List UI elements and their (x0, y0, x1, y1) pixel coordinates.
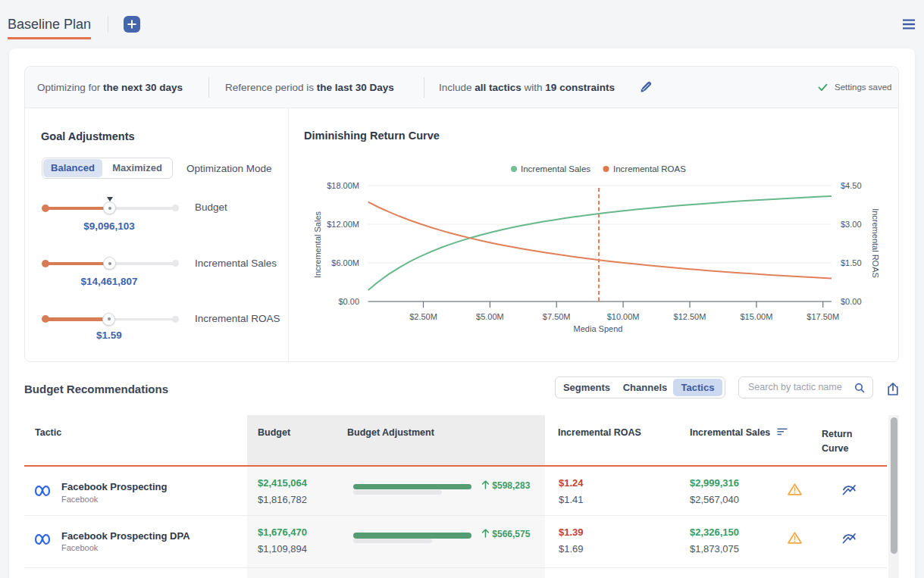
svg-text:$6.00M: $6.00M (331, 258, 359, 267)
svg-text:Incremental ROAS: Incremental ROAS (871, 208, 880, 278)
svg-text:$0.00: $0.00 (338, 297, 359, 306)
svg-text:$7.50M: $7.50M (543, 312, 571, 321)
svg-text:$1.50: $1.50 (841, 258, 862, 267)
svg-text:Incremental Sales: Incremental Sales (521, 164, 590, 173)
svg-text:$0.00: $0.00 (841, 297, 862, 306)
svg-text:$12.50M: $12.50M (674, 312, 706, 321)
svg-text:$10.00M: $10.00M (607, 312, 640, 321)
svg-text:$4.50: $4.50 (841, 181, 862, 190)
svg-text:$5.00M: $5.00M (476, 312, 504, 321)
svg-text:$12.00M: $12.00M (327, 220, 359, 229)
svg-text:$18.00M: $18.00M (327, 181, 359, 190)
svg-text:$15.00M: $15.00M (740, 312, 772, 321)
svg-text:$2.50M: $2.50M (409, 312, 437, 321)
svg-text:Incremental ROAS: Incremental ROAS (613, 164, 686, 173)
svg-text:Incremental Sales: Incremental Sales (313, 211, 322, 278)
svg-text:Media Spend: Media Spend (574, 324, 623, 333)
svg-text:$17.50M: $17.50M (807, 312, 839, 321)
svg-text:$3.00: $3.00 (841, 220, 862, 229)
